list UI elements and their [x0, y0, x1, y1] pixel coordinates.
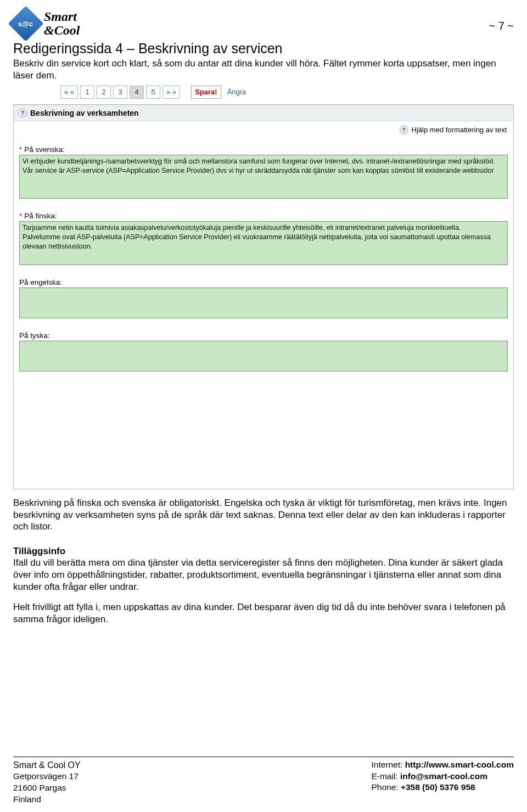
body-copy: Beskrivning på finska och svenska är obl… [13, 497, 514, 625]
paragraph: Ifall du vill berätta mera om dina tjäns… [13, 557, 514, 593]
swedish-textarea[interactable]: Vi erbjuder kundbetjänings-/samarbetsver… [19, 155, 508, 199]
brand-line2: &Cool [44, 24, 80, 37]
brand-text: Smart &Cool [44, 10, 80, 37]
german-textarea[interactable] [19, 341, 508, 371]
subheading: Tilläggsinfo [13, 546, 514, 557]
footer-address: Smart & Cool OY Getporsvägen 17 21600 Pa… [13, 759, 81, 805]
field-label: På engelska: [19, 278, 508, 286]
pager-first[interactable]: « « [60, 86, 78, 99]
logo-icon: s@c [8, 5, 43, 41]
field-german: På tyska: [14, 323, 513, 376]
footer-contact: Internet: http://www.smart-cool.com E-ma… [371, 759, 514, 805]
phone-line: Phone: +358 (50) 5376 958 [371, 782, 514, 793]
help-icon[interactable]: ? [18, 109, 27, 117]
page-header: s@c Smart &Cool ~ 7 ~ [13, 9, 514, 37]
address-line: 21600 Pargas [13, 782, 81, 794]
save-button[interactable]: Spara! [191, 86, 221, 99]
form-scroll-area[interactable]: ? Beskrivning av verksamheten ? Hjälp me… [14, 105, 513, 489]
footer-rule [13, 757, 514, 757]
page-title: Redigeringssida 4 – Beskrivning av servi… [13, 41, 514, 57]
field-english: På engelska: [14, 269, 513, 323]
pager-last[interactable]: » » [162, 86, 180, 99]
field-finnish: *På finska: Tarjoamme netin kautta toimi… [14, 203, 513, 269]
undo-button[interactable]: Ångra [223, 86, 250, 99]
page-number: ~ 7 ~ [489, 20, 514, 32]
pager-page-4[interactable]: 4 [130, 86, 144, 99]
pager-page-2[interactable]: 2 [97, 86, 111, 99]
section-title: Beskrivning av verksamheten [30, 109, 139, 117]
brand-line1: Smart [44, 10, 80, 24]
company-name: Smart & Cool OY [13, 759, 81, 771]
pager: « « 1 2 3 4 5 » » Spara! Ångra [60, 86, 514, 99]
pager-page-3[interactable]: 3 [113, 86, 127, 99]
brand: s@c Smart &Cool [13, 9, 80, 37]
field-swedish: *På svenska: Vi erbjuder kundbetjänings-… [14, 137, 513, 203]
page-lead: Beskriv din service kort och klart, så s… [13, 58, 514, 81]
pager-page-5[interactable]: 5 [146, 86, 160, 99]
address-line: Finland [13, 794, 81, 805]
required-star: * [19, 145, 22, 154]
required-star: * [19, 212, 22, 220]
english-textarea[interactable] [19, 287, 508, 318]
finnish-textarea[interactable]: Tarjoamme netin kautta toimivia asiakasp… [19, 221, 508, 265]
field-label: *På finska: [19, 212, 508, 220]
field-label: *På svenska: [19, 145, 508, 154]
field-label: På tyska: [19, 331, 508, 340]
paragraph: Helt frivilligt att fylla i, men uppskat… [13, 601, 514, 625]
internet-line: Internet: http://www.smart-cool.com [371, 759, 514, 771]
section-header: ? Beskrivning av verksamheten [14, 105, 513, 121]
paragraph: Beskrivning på finska och svenska är obl… [13, 497, 514, 533]
formatting-help-row: ? Hjälp med formattering av text [14, 121, 513, 137]
logo-text: s@c [18, 19, 33, 27]
form-panel: ? Beskrivning av verksamheten ? Hjälp me… [13, 104, 514, 489]
formatting-help-link[interactable]: Hjälp med formattering av text [412, 126, 507, 134]
email-line: E-mail: info@smart-cool.com [371, 771, 514, 782]
pager-page-1[interactable]: 1 [80, 86, 94, 99]
help-icon[interactable]: ? [400, 126, 408, 134]
address-line: Getporsvägen 17 [13, 771, 81, 782]
page-footer: Smart & Cool OY Getporsvägen 17 21600 Pa… [13, 757, 514, 805]
